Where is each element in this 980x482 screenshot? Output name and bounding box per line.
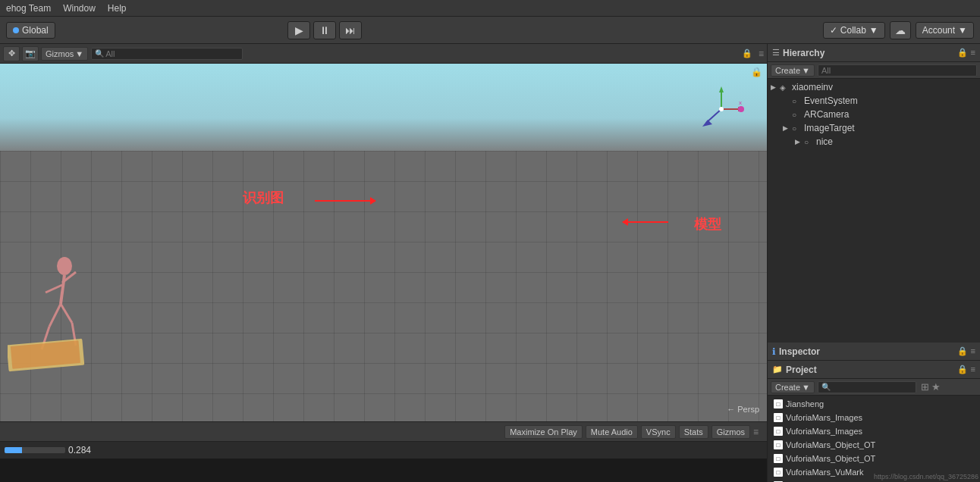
arrow-expand-icon: ▶	[771, 83, 780, 91]
menu-item-team[interactable]: ehog Team	[3, 3, 54, 14]
inspector-menu-icon[interactable]: ≡	[971, 346, 975, 356]
scene-lock-icon[interactable]: 🔒	[742, 49, 752, 58]
hierarchy-item-nice[interactable]: ▶ ○ nice	[768, 135, 980, 149]
annotation-label-1: 识别图	[243, 189, 284, 207]
hierarchy-create-button[interactable]: Create ▼	[771, 64, 815, 77]
svg-point-9	[57, 257, 72, 275]
project-title: Project	[786, 365, 817, 375]
toolbar-right: ✓ Collab ▼ ☁ Account ▼	[823, 21, 974, 39]
svg-line-11	[46, 285, 62, 293]
project-search-input[interactable]	[831, 383, 912, 392]
global-button[interactable]: Global	[6, 22, 55, 39]
create-label: Create	[775, 66, 800, 75]
account-dropdown-icon: ▼	[958, 25, 967, 36]
game-view-dark	[0, 459, 767, 482]
camera-icon-btn[interactable]: 📷	[22, 46, 39, 61]
project-icon: 📁	[772, 365, 783, 374]
game-toolbar-controls: Maximize On Play Mute Audio VSync Stats …	[504, 425, 764, 439]
nice-object-icon: ○	[804, 138, 815, 146]
hierarchy-lock-icon[interactable]: 🔒	[957, 48, 968, 58]
hierarchy-title: Hierarchy	[783, 48, 825, 58]
hierarchy-item-imagetarget[interactable]: ▶ ○ ImageTarget	[768, 121, 980, 135]
main-layout: ✥ 📷 Gizmos ▼ 🔍 🔒 ≡ 🔒 识别图 模型	[0, 44, 980, 482]
collab-dropdown-icon: ▼	[869, 25, 878, 36]
account-button[interactable]: Account ▼	[916, 22, 974, 39]
perspective-label: ← Persp	[727, 405, 759, 414]
project-create-label: Create	[775, 383, 800, 392]
project-item-vuforiamars-object-1[interactable]: □ VuforiaMars_Object_OT	[768, 438, 980, 452]
collab-label: Collab	[840, 25, 866, 36]
stats-button[interactable]: Stats	[679, 425, 708, 439]
top-toolbar: Global ▶ ⏸ ⏭ ✓ Collab ▼ ☁ Account ▼	[0, 17, 980, 44]
arrow-right	[623, 221, 668, 223]
arrow-expand-icon: ▶	[783, 124, 792, 132]
hierarchy-item-arcamera[interactable]: ○ ARCamera	[768, 108, 980, 121]
project-panel-controls: 🔒 ≡	[957, 365, 975, 374]
scene-sky	[0, 64, 767, 155]
hierarchy-toolbar: Create ▼	[768, 62, 980, 79]
project-item-vuforiamars-images-1[interactable]: □ VuforiaMars_Images	[768, 411, 980, 424]
step-button[interactable]: ⏭	[339, 21, 362, 39]
project-menu-icon[interactable]: ≡	[971, 365, 975, 374]
menu-item-help[interactable]: Help	[105, 3, 130, 14]
svg-text:x: x	[739, 99, 742, 106]
hierarchy-search[interactable]	[818, 64, 977, 77]
gizmos-button[interactable]: Gizmos ▼	[41, 47, 88, 61]
hierarchy-item-label: EventSystem	[804, 95, 858, 106]
project-item-vuforiamars-object-2[interactable]: □ VuforiaMars_Object_OT	[768, 452, 980, 465]
search-icon: 🔍	[95, 49, 104, 58]
scene-search[interactable]: 🔍	[91, 48, 243, 60]
svg-marker-1	[719, 86, 724, 92]
hierarchy-item-eventsystem[interactable]: ○ EventSystem	[768, 94, 980, 108]
scene-panel: ✥ 📷 Gizmos ▼ 🔍 🔒 ≡ 🔒 识别图 模型	[0, 44, 768, 482]
transform-tool[interactable]: ✥	[3, 46, 20, 61]
file-icon: □	[774, 399, 783, 408]
game-panel-menu[interactable]: ≡	[753, 427, 764, 437]
file-icon: □	[774, 413, 783, 422]
project-create-dropdown-icon: ▼	[802, 383, 810, 392]
project-lock-icon[interactable]: 🔒	[957, 365, 968, 374]
project-item-label: VuforiaMars_VuMark	[786, 468, 864, 477]
inspector-panel-header: ℹ Inspector 🔒 ≡	[768, 343, 980, 361]
gizmo-axes: x	[699, 86, 744, 132]
project-item-jiansheng[interactable]: □ Jiansheng	[768, 397, 980, 411]
scene-tools: ✥ 📷 Gizmos ▼	[3, 46, 88, 61]
project-create-button[interactable]: Create ▼	[771, 381, 815, 393]
project-search[interactable]: 🔍	[818, 381, 916, 393]
vsync-button[interactable]: VSync	[641, 425, 676, 439]
checkmark-icon: ✓	[830, 25, 837, 36]
game-toolbar: Maximize On Play Mute Audio VSync Stats …	[0, 422, 767, 442]
project-item-vuforiamars-images-2[interactable]: □ VuforiaMars_Images	[768, 424, 980, 438]
progress-bar	[5, 447, 65, 453]
menu-bar: ehog Team Window Help	[0, 0, 980, 17]
project-view-toggle[interactable]: ⊞	[921, 381, 929, 393]
maximize-on-play-button[interactable]: Maximize On Play	[504, 425, 583, 439]
pause-button[interactable]: ⏸	[313, 21, 336, 39]
hierarchy-item-xiaomeinv[interactable]: ▶ ◈ xiaomeinv	[768, 80, 980, 94]
scene-menu-icon[interactable]: ≡	[759, 49, 764, 59]
collab-button[interactable]: ✓ Collab ▼	[823, 22, 885, 39]
gizmos-game-button[interactable]: Gizmos	[711, 425, 750, 439]
gizmos-dropdown-icon: ▼	[75, 49, 83, 58]
project-favorites-icon[interactable]: ★	[931, 381, 941, 393]
menu-item-window[interactable]: Window	[60, 3, 99, 14]
annotation-label-2: 模型	[694, 215, 721, 233]
hierarchy-item-label: xiaomeinv	[792, 82, 833, 92]
mute-audio-button[interactable]: Mute Audio	[586, 425, 638, 439]
project-panel-header: 📁 Project 🔒 ≡	[768, 361, 980, 379]
inspector-lock-icon[interactable]: 🔒	[957, 346, 968, 356]
right-panel: ☰ Hierarchy 🔒 ≡ Create ▼ ▶ ◈ xiaomeinv	[768, 44, 980, 482]
game-progress-bar-area: 0.284	[0, 442, 767, 459]
pause-icon: ⏸	[319, 24, 330, 36]
hierarchy-search-input[interactable]	[821, 66, 973, 75]
global-label: Global	[22, 25, 49, 36]
cloud-button[interactable]: ☁	[890, 21, 911, 39]
account-label: Account	[922, 25, 955, 36]
hierarchy-item-label: ImageTarget	[804, 123, 855, 133]
hierarchy-item-label: nice	[816, 136, 833, 147]
scene-search-input[interactable]	[105, 49, 239, 58]
inspector-panel-controls: 🔒 ≡	[957, 346, 975, 356]
play-button[interactable]: ▶	[287, 21, 310, 39]
project-list: □ Jiansheng □ VuforiaMars_Images □ Vufor…	[768, 396, 980, 482]
hierarchy-menu-icon[interactable]: ≡	[971, 48, 975, 58]
